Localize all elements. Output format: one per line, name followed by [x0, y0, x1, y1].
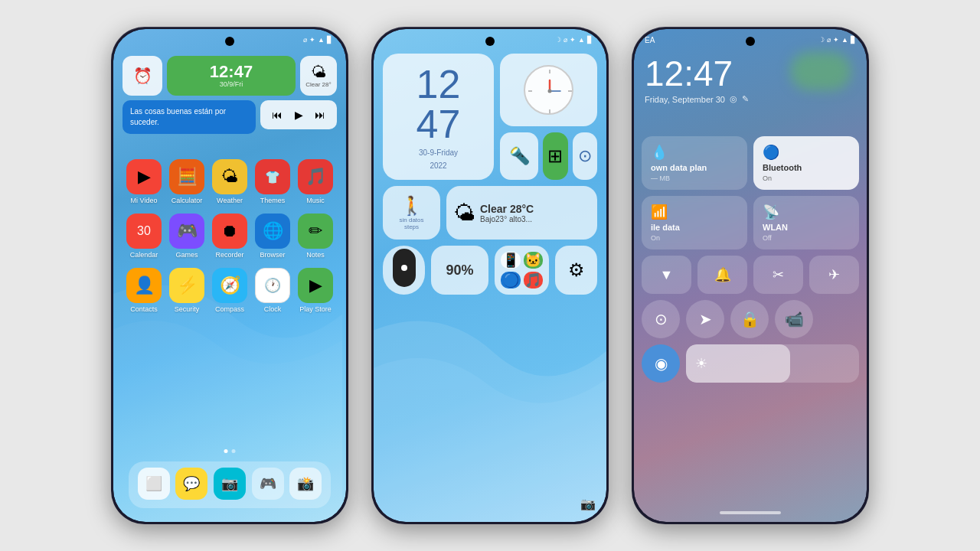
app-mi-video[interactable]: ▶ Mi Video	[124, 159, 164, 204]
phone2-camera-icon: 📷	[580, 497, 596, 511]
widget-date-sub: 30/9/Fri	[220, 80, 243, 88]
dock-app-4[interactable]: 🎮	[249, 468, 287, 502]
phone3-background: EA ☽ ⌀ ✦ ▲ ▊ 12:47 Friday, September 30	[634, 29, 867, 522]
data-tile-icon: 💧	[651, 144, 738, 161]
cc-blue-btn[interactable]: ◉	[642, 344, 680, 383]
cc-screenshot-btn[interactable]: ✂	[753, 256, 803, 294]
phone2-background: ☽ ⌀ ✦ ▲ ▊ 12 47	[374, 29, 606, 522]
w2-weather-temp: Clear 28°C	[480, 203, 534, 215]
brightness-icon: ☀	[695, 355, 707, 372]
home-indicator-3	[720, 511, 781, 514]
app-calculator[interactable]: 🧮 Calculator	[167, 159, 207, 204]
cc-bottom-icon-row: ⊙ ➤ 🔒 📹	[642, 300, 859, 338]
cc-tile-data[interactable]: 💧 own data plan — MB	[642, 136, 747, 190]
w2-apps-grid: 📱 🐱 🔵 🎵	[495, 246, 549, 295]
data-tile-sub: — MB	[651, 174, 738, 182]
w2-app-phone[interactable]: 📱	[501, 252, 521, 269]
w2-app-blue[interactable]: 🔵	[501, 272, 521, 289]
app-music[interactable]: 🎵 Music	[296, 159, 335, 204]
cc-flashdown-btn[interactable]: ▼	[642, 256, 691, 294]
blob-green	[790, 52, 851, 90]
cc-torch-btn[interactable]: ⊙	[642, 300, 680, 338]
page-dots	[224, 449, 236, 453]
flashlight-icon: 🔦	[509, 146, 530, 166]
widget-weather-small[interactable]: 🌤 Clear 28°	[300, 56, 337, 96]
music-next-btn[interactable]: ⏭	[315, 109, 325, 121]
w2-weather[interactable]: 🌤 Clear 28°C Bajo23° alto3...	[446, 186, 597, 240]
app-contacts[interactable]: 👤 Contacts	[124, 268, 164, 313]
widget-music[interactable]: ⏮ ▶ ⏭	[260, 100, 337, 129]
mobile-tile-title: ile data	[651, 223, 738, 232]
w2-settings[interactable]: ⚙	[555, 246, 597, 295]
w2-app-music[interactable]: 🎵	[524, 272, 544, 289]
w2-steps[interactable]: 🚶 sin datos steps	[383, 186, 440, 240]
s2-signal: ▲	[578, 36, 585, 44]
w2-app-cat[interactable]: 🐱	[524, 252, 544, 269]
cc-location-btn[interactable]: ➤	[686, 300, 724, 338]
app-calendar[interactable]: 30 Calendar	[124, 214, 164, 259]
music-prev-btn[interactable]: ⏮	[272, 109, 283, 121]
w2-analog-clock[interactable]	[500, 54, 597, 126]
w2-clock-big[interactable]: 12 47 30-9-Friday 2022	[383, 54, 494, 180]
cc-grid: 💧 own data plan — MB 🔵 Bluetooth On	[642, 136, 859, 389]
cc-lock-btn[interactable]: 🔒	[730, 300, 769, 338]
app-row-1: ▶ Mi Video 🧮 Calculator 🌤 Weather 👕	[122, 159, 337, 204]
weather-temp-1: Clear 28°	[305, 81, 331, 88]
punch-hole-2	[485, 37, 495, 46]
app-weather[interactable]: 🌤 Weather	[210, 159, 250, 204]
s2-bt: ⌀	[564, 36, 567, 44]
dock-app-3[interactable]: 📷	[211, 468, 249, 502]
cc-tile-wlan[interactable]: 📡 WLAN Off	[753, 196, 859, 249]
scan-icon: ⊙	[578, 146, 592, 166]
cc-mute-btn[interactable]: 🔔	[697, 256, 747, 294]
app-themes[interactable]: 👕 Themes	[253, 159, 292, 204]
phone-1: ⌀ ✦ ▲ ▊ ⏰ 12:47 30/9/Fri	[111, 27, 348, 524]
app-browser[interactable]: 🌐 Browser	[253, 214, 292, 259]
cc-airplane-btn[interactable]: ✈	[809, 256, 859, 294]
cc-tiles-row: 💧 own data plan — MB 🔵 Bluetooth On	[642, 136, 859, 190]
cc-brightness-slider[interactable]: ☀	[686, 344, 859, 383]
phone-3: EA ☽ ⌀ ✦ ▲ ▊ 12:47 Friday, September 30	[632, 27, 869, 524]
pill-indicator	[401, 265, 407, 271]
app-recorder[interactable]: ⏺ Recorder	[210, 214, 250, 259]
cc-tile-bluetooth[interactable]: 🔵 Bluetooth On	[753, 136, 859, 190]
w2-date-1: 30-9-Friday	[419, 148, 458, 157]
w2-pill[interactable]	[383, 246, 425, 295]
widget-row-1: ⏰ 12:47 30/9/Fri 🌤 Clear 28°	[122, 56, 337, 96]
app-games[interactable]: 🎮 Games	[167, 214, 207, 259]
w2-battery[interactable]: 90%	[431, 246, 488, 295]
s2-wifi: ✦	[570, 36, 576, 44]
settings-icon: ⚙	[568, 259, 585, 281]
dock-app-1[interactable]: ⬜	[135, 468, 173, 502]
w2-weather-icon: 🌤	[454, 201, 475, 226]
w2-scan[interactable]: ⊙	[573, 132, 598, 180]
w2-qr[interactable]: ⊞	[543, 132, 568, 180]
dock: ⬜ 💬 📷 🎮 📸	[129, 461, 331, 508]
app-notes[interactable]: ✏ Notes	[296, 214, 335, 259]
app-clock[interactable]: 🕐 Clock	[253, 268, 292, 313]
app-play-store[interactable]: ▶ Play Store	[296, 268, 335, 313]
app-security[interactable]: ⚡ Security	[167, 268, 207, 313]
app-compass[interactable]: 🧭 Compass	[210, 268, 250, 313]
cc-tile-mobile[interactable]: 📶 ile data On	[642, 196, 747, 249]
cc-bat-icon: ▊	[851, 36, 856, 44]
w2-flashlight[interactable]: 🔦	[500, 132, 538, 180]
wlan-tile-sub: Off	[763, 234, 850, 242]
mute-icon: 🔔	[714, 266, 731, 283]
w2-time-2: 47	[416, 104, 461, 144]
music-play-btn[interactable]: ▶	[295, 109, 303, 121]
steps-text: sin datos	[399, 217, 423, 223]
battery-pct: 90%	[446, 262, 473, 279]
cc-carrier: EA	[645, 36, 655, 44]
dock-app-2[interactable]: 💬	[173, 468, 211, 502]
status-wifi: ✦	[309, 36, 315, 44]
cc-video-btn[interactable]: 📹	[775, 300, 813, 338]
location-icon: ➤	[699, 310, 712, 328]
widget-quote: Las cosas buenas están por suceder.	[122, 100, 256, 134]
w2-weather-sub: Bajo23° alto3...	[480, 215, 534, 223]
torch-icon: ⊙	[655, 310, 668, 328]
widget-clock-icon[interactable]: ⏰	[122, 56, 162, 96]
widget-time-green[interactable]: 12:47 30/9/Fri	[167, 56, 296, 96]
dock-app-5[interactable]: 📸	[286, 468, 325, 502]
cc-time-area: 12:47 Friday, September 30 ◎ ✎	[645, 56, 749, 104]
